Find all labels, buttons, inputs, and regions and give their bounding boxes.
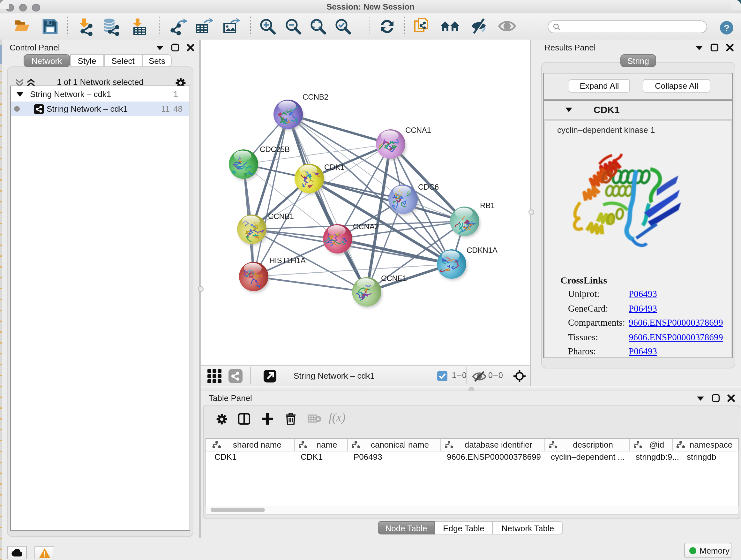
svg-text:CDC6: CDC6 — [418, 183, 439, 191]
svg-text:CDKN1A: CDKN1A — [467, 246, 498, 254]
svg-text:CCNE1: CCNE1 — [381, 274, 407, 283]
svg-text:RB1: RB1 — [480, 201, 495, 210]
svg-text:CCNA2: CCNA2 — [353, 222, 379, 231]
svg-text:CCNA1: CCNA1 — [405, 126, 431, 134]
svg-text:CCNB2: CCNB2 — [302, 92, 328, 101]
svg-text:CDC25B: CDC25B — [260, 145, 290, 153]
svg-text:HIST1H1A: HIST1H1A — [269, 256, 306, 265]
svg-text:CDK1: CDK1 — [324, 163, 344, 172]
svg-text:CCNB1: CCNB1 — [268, 212, 294, 221]
